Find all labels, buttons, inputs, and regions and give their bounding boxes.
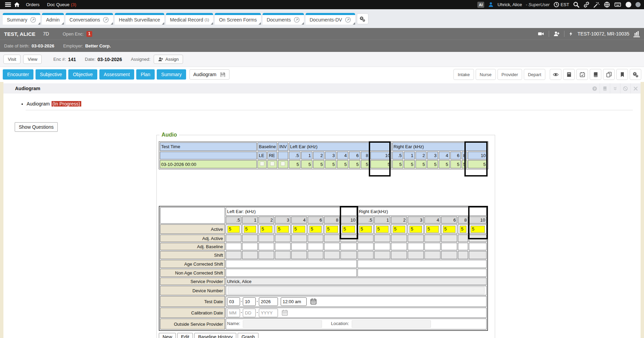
baseline-re-checkbox[interactable] <box>270 161 275 166</box>
stage-button-nurse[interactable]: Nurse <box>476 69 496 80</box>
tab-on-screen-forms[interactable]: On Screen Forms <box>215 13 261 25</box>
tab-documents[interactable]: Documents <box>263 13 304 25</box>
panel-help-icon[interactable] <box>589 83 600 94</box>
divider <box>549 31 549 37</box>
device-number-input[interactable] <box>228 287 485 294</box>
home-icon[interactable] <box>12 0 21 9</box>
outside-name-input[interactable] <box>243 320 322 328</box>
archive-button[interactable] <box>563 69 575 80</box>
tab-audiogram[interactable]: Audiogram <box>190 69 229 80</box>
panel-ban-icon[interactable] <box>620 83 630 94</box>
copy-button[interactable] <box>603 69 615 80</box>
preview-eye-button[interactable] <box>550 69 561 80</box>
active-input-left-3[interactable]: 5 <box>277 226 289 233</box>
adj-active-cell-left-3 <box>275 235 291 242</box>
settings-gears-button[interactable] <box>630 69 641 80</box>
active-input-right-8[interactable]: 5 <box>460 226 466 233</box>
graph-button[interactable]: Graph <box>238 333 258 338</box>
edit-button[interactable]: Edit <box>177 333 193 338</box>
active-input-left-4[interactable]: 5 <box>293 226 305 233</box>
active-input-right-3[interactable]: 5 <box>409 226 422 233</box>
tab-summary[interactable]: Summary <box>3 13 40 25</box>
note-tab-objective[interactable]: Objective <box>68 69 97 80</box>
open-enc-badge[interactable]: 1 <box>86 31 92 37</box>
visit-button[interactable]: Visit <box>3 55 20 64</box>
stage-button-provider[interactable]: Provider <box>498 69 522 80</box>
popout-arrow-icon[interactable] <box>103 17 109 23</box>
user-name[interactable]: Uhrick, Alice <box>498 2 522 7</box>
tab-conversations[interactable]: Conversations <box>66 13 113 25</box>
popout-arrow-icon[interactable] <box>345 17 351 23</box>
assign-button[interactable]: Assign <box>154 55 183 64</box>
inv-checkbox[interactable] <box>281 161 285 166</box>
active-input-right-5[interactable]: 5 <box>359 226 372 233</box>
save-disk-icon[interactable] <box>220 72 226 78</box>
panel-collapse-icon[interactable] <box>610 83 620 94</box>
timezone[interactable]: EST <box>554 2 569 8</box>
calibration-year-input[interactable]: YYYY <box>259 309 278 317</box>
active-input-left-8[interactable]: 5 <box>326 226 338 233</box>
book-button[interactable] <box>590 69 601 80</box>
wand-icon[interactable] <box>593 1 600 8</box>
calibration-day-input[interactable]: DD <box>243 309 256 317</box>
active-input-left-1[interactable]: 5 <box>244 226 256 233</box>
note-tab-encounter[interactable]: Encounter <box>3 69 33 80</box>
stage-button-intake[interactable]: Intake <box>453 69 474 80</box>
stage-button-depart[interactable]: Depart <box>524 69 545 80</box>
test-date-calendar-icon[interactable] <box>310 298 317 304</box>
bookmark-icon <box>619 72 625 78</box>
tab-admin[interactable]: Admin <box>42 13 64 25</box>
outside-name-label: Name: <box>227 321 240 326</box>
lightning-icon[interactable] <box>569 31 573 37</box>
active-input-right-2[interactable]: 5 <box>393 226 405 233</box>
panel-book-icon[interactable] <box>600 83 610 94</box>
bookmark-button[interactable] <box>616 69 628 80</box>
baseline-history-button[interactable]: Baseline History <box>194 333 236 338</box>
active-input-right-4[interactable]: 5 <box>426 226 439 233</box>
bar-chart-icon[interactable] <box>633 30 640 37</box>
calibration-calendar-icon[interactable] <box>281 310 288 315</box>
active-input-right-10[interactable]: 5 <box>471 226 485 233</box>
ai-badge[interactable]: AI <box>477 2 484 8</box>
nav-doc-queue[interactable]: Doc Queue(3) <box>47 2 76 7</box>
panel-close-icon[interactable] <box>630 83 641 94</box>
note-tab-plan[interactable]: Plan <box>136 69 155 80</box>
active-input-right-6[interactable]: 5 <box>443 226 456 233</box>
tab-medical-record[interactable]: Medical Record(1) <box>166 13 213 25</box>
popout-arrow-icon[interactable] <box>30 17 36 23</box>
calendar-check-button[interactable] <box>576 69 588 80</box>
menu-icon[interactable] <box>3 0 12 9</box>
active-input-left-10[interactable]: 5 <box>342 226 355 233</box>
show-questions-button[interactable]: Show Questions <box>15 122 58 132</box>
help-icon[interactable] <box>625 1 632 8</box>
globe-icon[interactable] <box>604 1 610 8</box>
calibration-month-input[interactable]: MM <box>227 309 240 317</box>
view-button[interactable]: View <box>23 55 42 64</box>
outside-location-input[interactable] <box>352 320 431 328</box>
video-camera-icon[interactable] <box>537 31 545 37</box>
person-add-icon[interactable] <box>553 31 560 37</box>
keyboard-icon[interactable] <box>614 1 621 8</box>
active-input-right-1[interactable]: 5 <box>376 226 389 233</box>
tab-health-surveillance[interactable]: Health Surveillance <box>115 13 164 25</box>
new-button[interactable]: New <box>159 333 176 338</box>
outside-provider-cell: Name:Location: <box>226 319 487 329</box>
tab-documents-dv[interactable]: Documents-DV <box>306 13 355 25</box>
test-date-year-input[interactable]: 2026 <box>259 297 278 306</box>
summary-item[interactable]: Audiogram(In Progress) <box>27 101 81 107</box>
search-icon[interactable] <box>573 1 579 8</box>
link-icon[interactable] <box>583 1 590 8</box>
popout-arrow-icon[interactable] <box>294 17 300 23</box>
active-input-left-6[interactable]: 5 <box>309 226 322 233</box>
test-date-month-input[interactable]: 03 <box>227 297 240 306</box>
nav-orders[interactable]: Orders <box>26 2 40 7</box>
active-input-left-2[interactable]: 5 <box>260 226 272 233</box>
baseline-le-checkbox[interactable] <box>260 161 264 166</box>
note-tab-subjective[interactable]: Subjective <box>36 69 67 80</box>
note-tab-assessment[interactable]: Assessment <box>99 69 134 80</box>
note-tab-summary[interactable]: Summary <box>157 69 186 80</box>
test-date-day-input[interactable]: 10 <box>243 297 256 306</box>
tab-settings-gear-button[interactable] <box>357 13 368 24</box>
test-time-input[interactable]: 12:00 am <box>281 297 307 306</box>
active-input-left-5[interactable]: 5 <box>227 226 240 233</box>
